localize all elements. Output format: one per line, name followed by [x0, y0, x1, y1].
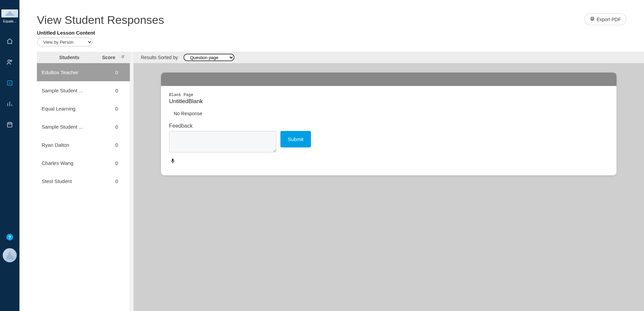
no-response-label: No Response	[174, 111, 608, 116]
main: View Student Responses Export PDF Untitl…	[19, 0, 644, 311]
nav-calendar-icon[interactable]	[4, 119, 16, 131]
view-by-select[interactable]: View by Person	[37, 38, 93, 46]
student-name: Equal Learning	[42, 106, 108, 112]
page-type-label: Blank Page	[169, 93, 608, 97]
students-header: Students Score	[37, 52, 130, 63]
results-panel: Results Sorted by Question page Blank Pa…	[133, 52, 644, 311]
student-score: 0	[108, 142, 125, 148]
student-row[interactable]: Charles Wang0	[37, 154, 130, 172]
student-name: Sample Student ...	[42, 124, 108, 130]
student-score: 0	[108, 124, 125, 130]
student-name: Sample Student ...	[42, 88, 108, 93]
student-name: Charles Wang	[42, 160, 108, 166]
brand-label: Equale...	[1, 19, 19, 23]
nav-home-icon[interactable]	[4, 35, 16, 47]
card-body: Blank Page UntitledBlank No Response Fee…	[161, 86, 616, 175]
page-header: View Student Responses Export PDF	[19, 0, 644, 30]
sub-header: Untitled Lesson Content View by Person	[19, 30, 644, 52]
results-toolbar: Results Sorted by Question page	[133, 52, 644, 63]
scroll-hint	[130, 52, 133, 311]
student-row[interactable]: EduBox Teacher0	[37, 63, 130, 81]
microphone-icon[interactable]	[169, 157, 176, 165]
nav-edit-icon[interactable]	[4, 77, 16, 89]
help-button[interactable]: ?	[6, 234, 13, 240]
submit-label: Submit	[288, 136, 304, 142]
student-score: 0	[108, 160, 125, 166]
student-score: 0	[108, 178, 125, 184]
content-row: Students Score EduBox Teacher0Sample Stu…	[19, 52, 644, 311]
print-icon	[590, 16, 595, 22]
feedback-input[interactable]	[169, 131, 276, 152]
student-row[interactable]: Equal Learning0	[37, 99, 130, 118]
export-pdf-button[interactable]: Export PDF	[584, 13, 627, 25]
lesson-title: Untitled Lesson Content	[37, 30, 627, 36]
student-score: 0	[108, 106, 125, 112]
students-col-score: Score	[97, 55, 120, 60]
nav-sidebar: Equale... ?	[0, 0, 19, 311]
submit-button[interactable]: Submit	[280, 131, 311, 147]
student-rows: EduBox Teacher0Sample Student ...0Equal …	[37, 63, 130, 190]
student-name: Stest Student	[42, 178, 108, 184]
svg-point-0	[8, 60, 10, 62]
sort-icon[interactable]	[120, 55, 125, 60]
card-area: Blank Page UntitledBlank No Response Fee…	[133, 63, 644, 311]
student-row[interactable]: Sample Student ...0	[37, 118, 130, 136]
student-row[interactable]: Stest Student0	[37, 172, 130, 190]
help-icon: ?	[8, 235, 11, 240]
student-score: 0	[108, 70, 125, 75]
students-panel: Students Score EduBox Teacher0Sample Stu…	[37, 52, 130, 311]
page-name-label: UntitledBlank	[169, 98, 608, 105]
feedback-row: Submit	[169, 131, 608, 152]
nav-users-icon[interactable]	[4, 56, 16, 68]
students-col-name: Students	[42, 55, 97, 60]
results-sort-select[interactable]: Question page	[183, 54, 234, 61]
page-title: View Student Responses	[37, 13, 164, 27]
nav-analytics-icon[interactable]	[4, 98, 16, 110]
export-pdf-label: Export PDF	[597, 17, 621, 22]
student-name: Ryan Dalton	[42, 142, 108, 148]
student-row[interactable]: Sample Student ...0	[37, 81, 130, 99]
feedback-label: Feedback	[169, 123, 608, 129]
student-name: EduBox Teacher	[42, 70, 108, 75]
user-avatar[interactable]	[3, 248, 17, 262]
brand-logo[interactable]	[1, 9, 18, 17]
results-sorted-label: Results Sorted by	[141, 55, 178, 60]
svg-point-1	[10, 60, 12, 61]
svg-rect-3	[7, 123, 12, 127]
card-bar	[161, 73, 616, 86]
student-score: 0	[108, 88, 125, 93]
student-row[interactable]: Ryan Dalton0	[37, 136, 130, 154]
response-card: Blank Page UntitledBlank No Response Fee…	[161, 73, 616, 175]
